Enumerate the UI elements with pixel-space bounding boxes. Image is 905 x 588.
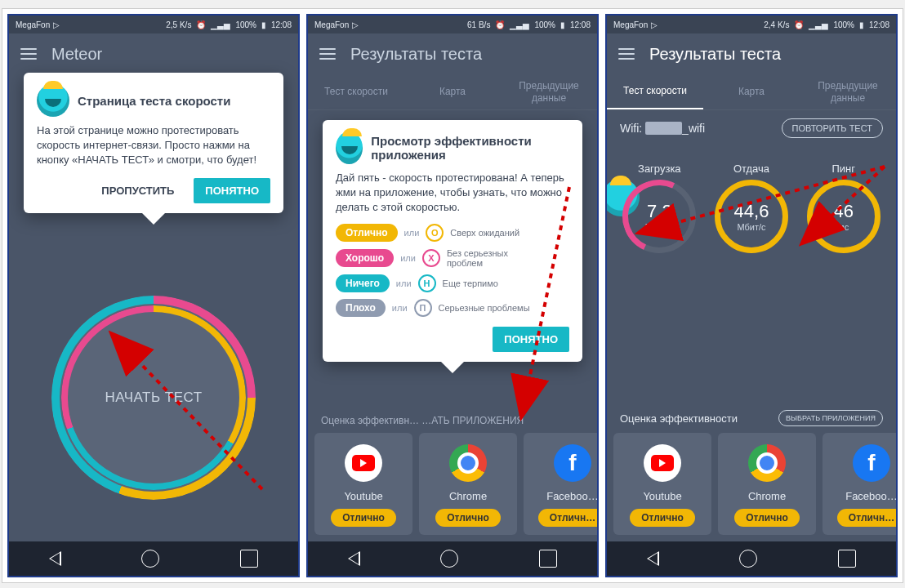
nav-home[interactable]	[739, 550, 757, 568]
metric-ring: 7,2 Мбит/с	[622, 180, 696, 253]
app-badge: Отлично	[435, 509, 501, 527]
metric-ring: 44,6 Мбит/с	[715, 180, 788, 253]
mascot-icon	[37, 84, 69, 117]
metric-ring: 46 мс	[807, 180, 880, 253]
phone-screen-1: MegaFon ▷ 2,5 K/s ⏰ ▁▃▅ 100% ▮ 12:08 Met…	[7, 14, 300, 577]
nav-recent[interactable]	[838, 550, 856, 568]
legend-row: Ничего или Н Еще терпимо	[336, 274, 569, 292]
menu-icon[interactable]	[319, 48, 336, 60]
nav-home[interactable]	[440, 550, 458, 568]
chrome-icon	[748, 444, 786, 482]
metric-unit: Мбит/с	[737, 222, 765, 232]
alarm-icon: ⏰	[196, 20, 206, 29]
tooltip-body: На этой странице можно протестировать ск…	[37, 123, 270, 168]
ok-button[interactable]: ПОНЯТНО	[493, 327, 569, 352]
onboarding-tooltip: Просмотр эффективности приложения Дай пя…	[323, 120, 582, 362]
legend-desc: Без серьезных проблем	[447, 248, 545, 268]
wifi-prefix: Wifi:	[620, 122, 642, 135]
app-name: Faceboo…	[845, 490, 896, 502]
carrier-icon: ▷	[53, 20, 60, 29]
youtube-icon	[644, 444, 681, 482]
tab-speed[interactable]: Тест скорости	[607, 74, 703, 109]
wifi-icon: ▁▃▅	[211, 20, 230, 29]
tab-map[interactable]: Карта	[703, 74, 800, 109]
android-nav-bar	[308, 541, 597, 576]
tooltip-body: Дай пять - скорость протестирована! А те…	[336, 171, 569, 216]
status-bar: MegaFon ▷ 2,5 K/s ⏰ ▁▃▅ 100% ▮ 12:08	[9, 16, 298, 33]
start-test-ring[interactable]: НАЧАТЬ ТЕСТ	[51, 296, 256, 500]
status-bar: MegaFon ▷ 61 B/s ⏰ ▁▃▅ 100% ▮ 12:08	[308, 16, 597, 33]
section-title: Оценка эффективности	[620, 412, 738, 425]
carrier-label: MegaFon	[314, 20, 349, 29]
app-name: Youtube	[344, 490, 382, 502]
app-name: Chrome	[748, 490, 786, 502]
app-bar: Meteor	[9, 33, 298, 74]
app-badge: Отличн…	[837, 509, 896, 527]
net-speed: 2,4 K/s	[764, 20, 789, 29]
nav-recent[interactable]	[539, 550, 557, 568]
carrier-label: MegaFon	[613, 20, 648, 29]
mascot-icon	[336, 131, 363, 164]
nav-back[interactable]	[647, 551, 659, 566]
app-title: Meteor	[51, 45, 102, 64]
battery-icon: ▮	[261, 20, 266, 29]
app-card-facebook[interactable]: f Faceboo… Отличн…	[524, 433, 597, 535]
metric-value: 46	[833, 201, 853, 222]
app-card-youtube[interactable]: Youtube Отлично	[314, 433, 412, 535]
nav-back[interactable]	[348, 551, 360, 566]
legend-letter: Х	[422, 249, 440, 267]
wifi-name-redacted: xxx	[645, 122, 682, 135]
tab-bar: Тест скорости Карта Предыдущие данные	[308, 74, 597, 110]
legend-pill: Хорошо	[336, 249, 394, 267]
alarm-icon: ⏰	[495, 20, 505, 29]
metric-value: 7,2	[647, 201, 672, 222]
battery-icon: ▮	[859, 20, 864, 29]
test-ring-area: НАЧАТЬ ТЕСТ	[9, 254, 298, 541]
app-name: Chrome	[449, 490, 487, 502]
menu-icon[interactable]	[618, 48, 635, 60]
tooltip-title: Просмотр эффективности приложения	[371, 134, 569, 162]
app-card-facebook[interactable]: f Faceboo… Отличн…	[823, 433, 896, 535]
legend-pill: Отлично	[336, 224, 398, 242]
legend-pill: Ничего	[336, 274, 390, 292]
legend-letter: Н	[418, 274, 436, 292]
nav-recent[interactable]	[240, 550, 258, 568]
app-name: Youtube	[643, 490, 681, 502]
carrier-icon: ▷	[352, 20, 359, 29]
phone-screen-3: MegaFon ▷ 2,4 K/s ⏰ ▁▃▅ 100% ▮ 12:08 Рез…	[605, 14, 898, 577]
legend-desc: Еще терпимо	[443, 278, 498, 288]
menu-icon[interactable]	[20, 48, 37, 60]
section-title: Оценка эффективн… …АТЬ ПРИЛОЖЕНИЯ	[321, 415, 524, 426]
app-cards: Youtube Отлично Chrome Отлично f Faceboo…	[607, 433, 896, 541]
wifi-row: Wifi: xxx_wifi ПОВТОРИТЬ ТЕСТ	[607, 110, 896, 146]
retest-button[interactable]: ПОВТОРИТЬ ТЕСТ	[782, 118, 883, 138]
start-test-label: НАЧАТЬ ТЕСТ	[105, 390, 202, 406]
section-header: Оценка эффективности ВЫБРАТЬ ПРИЛОЖЕНИЯ	[607, 403, 896, 433]
android-nav-bar	[607, 541, 896, 576]
app-cards: Youtube Отлично Chrome Отлично f Faceboo…	[308, 433, 597, 541]
section-header: Оценка эффективн… …АТЬ ПРИЛОЖЕНИЯ	[308, 408, 597, 433]
app-badge: Отлично	[734, 509, 800, 527]
app-card-youtube[interactable]: Youtube Отлично	[613, 433, 711, 535]
facebook-icon: f	[554, 444, 591, 482]
chrome-icon	[449, 444, 487, 482]
legend-pill: Плохо	[336, 299, 386, 317]
nav-home[interactable]	[141, 550, 159, 568]
tab-history[interactable]: Предыдущие данные	[800, 74, 896, 109]
wifi-icon: ▁▃▅	[809, 20, 828, 29]
legend-row: Плохо или П Серьезные проблемы	[336, 299, 569, 317]
app-name: Faceboo…	[546, 490, 597, 502]
ok-button[interactable]: ПОНЯТНО	[194, 178, 270, 203]
facebook-icon: f	[853, 444, 890, 482]
wifi-name-suffix: _wifi	[682, 122, 705, 135]
tab-speed[interactable]: Тест скорости	[308, 74, 404, 109]
app-card-chrome[interactable]: Chrome Отлично	[718, 433, 816, 535]
wifi-icon: ▁▃▅	[510, 20, 529, 29]
battery-icon: ▮	[560, 20, 565, 29]
nav-back[interactable]	[49, 551, 61, 566]
tab-map[interactable]: Карта	[404, 74, 501, 109]
skip-button[interactable]: ПРОПУСТИТЬ	[93, 178, 182, 203]
tab-history[interactable]: Предыдущие данные	[501, 74, 597, 109]
choose-apps-button[interactable]: ВЫБРАТЬ ПРИЛОЖЕНИЯ	[778, 410, 883, 426]
app-card-chrome[interactable]: Chrome Отлично	[419, 433, 517, 535]
